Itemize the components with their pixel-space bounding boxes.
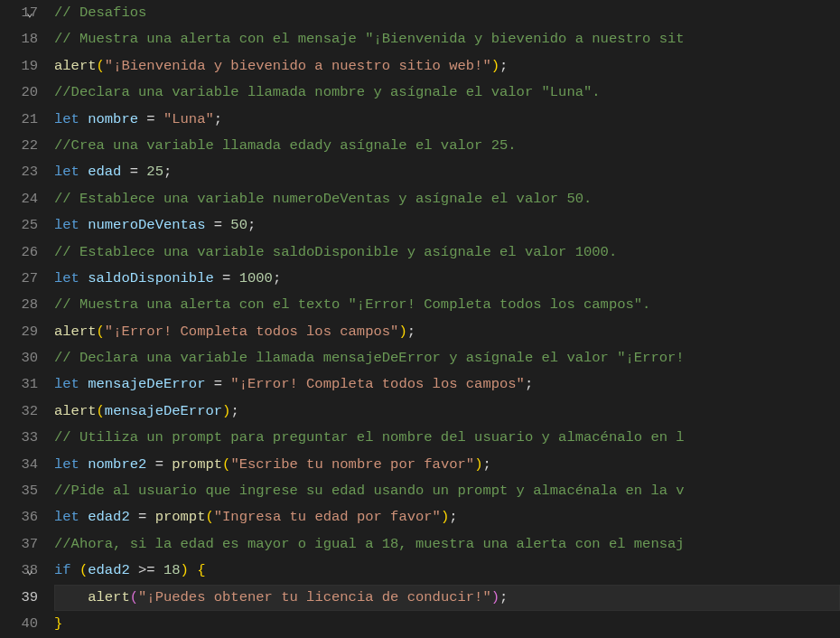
code-line[interactable]: // Declara una variable llamada mensajeD… xyxy=(54,345,840,371)
line-number: 27 xyxy=(0,266,38,292)
code-line[interactable]: //Pide al usuario que ingrese su edad us… xyxy=(54,478,840,504)
code-area[interactable]: // Desafios// Muestra una alerta con el … xyxy=(54,0,840,638)
code-line[interactable]: // Establece una variable saldoDisponibl… xyxy=(54,239,840,266)
code-line[interactable]: // Utiliza un prompt para preguntar el n… xyxy=(54,425,840,451)
line-number: 18 xyxy=(0,26,38,52)
code-line[interactable]: let mensajeDeError = "¡Error! Completa t… xyxy=(54,371,840,398)
line-number: 25 xyxy=(0,212,38,239)
code-line[interactable]: let edad = 25; xyxy=(54,159,840,185)
code-line[interactable]: let edad2 = prompt("Ingresa tu edad por … xyxy=(54,504,840,530)
code-line[interactable]: // Muestra una alerta con el texto "¡Err… xyxy=(54,292,840,318)
line-number: 20 xyxy=(0,80,38,106)
code-line[interactable]: //Crea una variable llamada edady asígna… xyxy=(54,133,840,159)
code-line[interactable]: let nombre = "Luna"; xyxy=(54,107,840,133)
code-line[interactable]: alert("¡Error! Completa todos los campos… xyxy=(54,319,840,345)
line-number: 28 xyxy=(0,292,38,318)
line-number: 39 xyxy=(0,585,38,611)
code-line[interactable]: let nombre2 = prompt("Escribe tu nombre … xyxy=(54,452,840,478)
line-number: 30 xyxy=(0,345,38,371)
line-number: 19 xyxy=(0,53,38,80)
fold-chevron-icon[interactable]: ⌄ xyxy=(23,558,36,584)
code-line[interactable]: //Ahora, si la edad es mayor o igual a 1… xyxy=(54,531,840,558)
code-line[interactable]: alert("¡Bienvenida y bievenido a nuestro… xyxy=(54,53,840,80)
code-line[interactable]: if (edad2 >= 18) { xyxy=(54,558,840,584)
line-number: 33 xyxy=(0,425,38,451)
line-number: 38⌄ xyxy=(0,558,38,584)
code-editor[interactable]: 17⌄1819202122232425262728293031323334353… xyxy=(0,0,840,638)
line-number: 40 xyxy=(0,611,38,637)
line-number-gutter: 17⌄1819202122232425262728293031323334353… xyxy=(0,0,54,638)
line-number: 35 xyxy=(0,478,38,504)
code-line[interactable]: alert(mensajeDeError); xyxy=(54,399,840,425)
code-line[interactable]: alert("¡Puedes obtener tu licencia de co… xyxy=(54,585,840,611)
line-number: 17⌄ xyxy=(0,0,38,26)
line-number: 31 xyxy=(0,371,38,398)
code-line[interactable]: // Muestra una alerta con el mensaje "¡B… xyxy=(54,26,840,52)
code-line[interactable]: // Desafios xyxy=(54,0,840,26)
fold-chevron-icon[interactable]: ⌄ xyxy=(23,0,36,26)
line-number: 26 xyxy=(0,239,38,266)
line-number: 29 xyxy=(0,319,38,345)
code-line[interactable]: let saldoDisponible = 1000; xyxy=(54,266,840,292)
code-line[interactable]: } xyxy=(54,611,840,637)
code-line[interactable]: //Declara una variable llamada nombre y … xyxy=(54,80,840,106)
line-number: 32 xyxy=(0,399,38,425)
line-number: 34 xyxy=(0,452,38,478)
line-number: 37 xyxy=(0,531,38,558)
code-line[interactable]: let numeroDeVentas = 50; xyxy=(54,212,840,239)
line-number: 23 xyxy=(0,159,38,185)
line-number: 24 xyxy=(0,186,38,212)
code-line[interactable]: // Establece una variable numeroDeVentas… xyxy=(54,186,840,212)
line-number: 36 xyxy=(0,504,38,530)
line-number: 22 xyxy=(0,133,38,159)
line-number: 21 xyxy=(0,107,38,133)
